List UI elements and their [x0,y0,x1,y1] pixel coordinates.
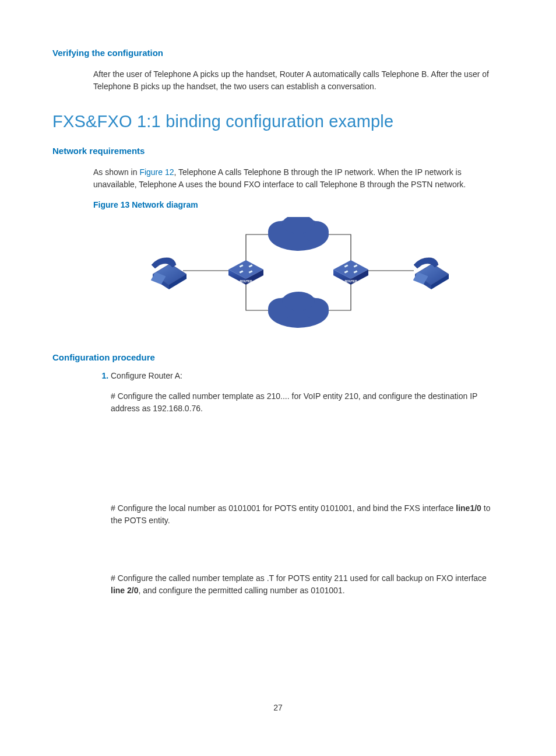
heading-config-proc: Configuration procedure [52,351,504,365]
router-a-icon: ROUTER [228,260,263,285]
telephone-a-icon [151,257,186,289]
step-1-detail-b: # Configure the local number as 0101001 … [111,502,501,527]
network-diagram: ROUTER ROUTER [93,217,504,334]
cloud-pstn-icon [268,292,329,328]
cloud-ip-icon [268,217,329,251]
procedure-list: Configure Router A: [93,370,504,382]
text: # Configure the local number as 0101001 … [111,503,456,513]
para-network-req: As shown in Figure 12, Telephone A calls… [93,166,501,191]
router-label: ROUTER [344,279,357,283]
step-1-detail-a: # Configure the called number template a… [111,390,501,415]
router-label: ROUTER [240,279,252,283]
svg-point-9 [282,292,315,310]
router-b-icon: ROUTER [333,260,368,285]
telephone-b-icon [413,257,449,289]
bold-line10: line1/0 [456,503,481,513]
text: , and configure the permitted calling nu… [138,586,344,595]
heading-network-req: Network requirements [52,145,504,158]
text-pre: As shown in [93,167,139,177]
figure-caption: Figure 13 Network diagram [93,199,504,211]
section-title-fxsfxo: FXS&FXO 1:1 binding configuration exampl… [52,109,504,135]
bold-line20: line 2/0 [111,586,138,595]
link-figure-12[interactable]: Figure 12 [139,167,174,177]
page-number: 27 [52,702,504,714]
para-verifying: After the user of Telephone A picks up t… [93,68,501,93]
step-1: Configure Router A: [111,370,504,382]
heading-verifying: Verifying the configuration [52,47,504,60]
text: # Configure the called number template a… [111,573,487,583]
step-1-detail-c: # Configure the called number template a… [111,572,501,597]
